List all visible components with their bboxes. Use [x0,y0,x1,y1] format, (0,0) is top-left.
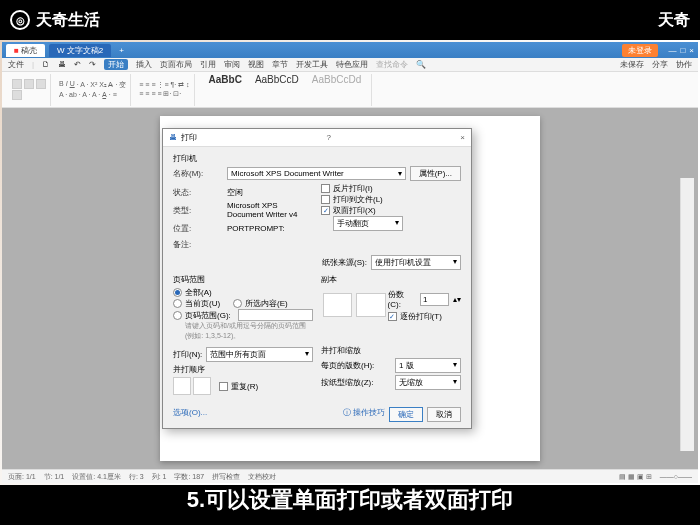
print-dialog: 🖶 打印 ? × 打印机 名称(M): Microsoft XPS Docume… [162,128,472,429]
cut-icon[interactable] [24,79,34,89]
status-chars[interactable]: 字数: 187 [174,472,204,482]
chevron-down-icon: ▾ [395,218,399,229]
range-current-radio[interactable] [173,299,182,308]
copies-spinner[interactable]: 1 [420,293,449,306]
chevron-down-icon: ▾ [453,257,457,268]
menu-view[interactable]: 视图 [248,59,264,70]
window-close-icon[interactable]: × [689,46,694,55]
menu-insert[interactable]: 插入 [136,59,152,70]
repeat-checkbox[interactable] [219,382,228,391]
window-min-icon[interactable]: — [668,46,676,55]
order-option[interactable] [193,377,211,395]
tab-document[interactable]: W 文字文稿2 [49,44,111,57]
copy-icon[interactable] [36,79,46,89]
brand-right: 天奇 [658,10,690,31]
menu-start[interactable]: 开始 [104,59,128,70]
print-what-label: 打印(N): [173,349,202,360]
wps-application-window: ■ 稿壳 W 文字文稿2 + 未登录 — □ × 文件 | 🗋 🖶 ↶ ↷ 开始… [2,42,698,483]
search-input[interactable]: 查找命令 [376,59,408,70]
range-pages-radio[interactable] [173,311,182,320]
printer-section-label: 打印机 [173,153,461,164]
status-page[interactable]: 页面: 1/1 [8,472,36,482]
menu-page[interactable]: 页面布局 [160,59,192,70]
printer-select[interactable]: Microsoft XPS Document Writer▾ [227,167,406,180]
status-spell[interactable]: 拼写检查 [212,472,240,482]
compass-icon: ◎ [10,10,30,30]
cancel-button[interactable]: 取消 [427,407,461,422]
where-value: PORTPROMPT: [227,224,313,233]
menu-special[interactable]: 特色应用 [336,59,368,70]
reverse-checkbox[interactable] [321,184,330,193]
copies-title: 副本 [321,274,461,285]
menu-ref[interactable]: 引用 [200,59,216,70]
duplex-checkbox[interactable]: ✓ [321,206,330,215]
collate-checkbox[interactable]: ✓ [388,312,397,321]
menu-review[interactable]: 审阅 [224,59,240,70]
where-label: 位置: [173,223,223,234]
range-all-radio[interactable] [173,288,182,297]
tool-share[interactable]: 分享 [652,59,668,70]
menu-bar: 文件 | 🗋 🖶 ↶ ↷ 开始 插入 页面布局 引用 审阅 视图 章节 开发工具… [2,58,698,72]
ribbon-toolbar: B I U · A · X² X₂ A̶ · 变 A · ab · A · A … [2,72,698,108]
menu-dev[interactable]: 开发工具 [296,59,328,70]
search-icon[interactable]: 🔍 [416,60,426,69]
properties-button[interactable]: 属性(P)... [410,166,461,181]
options-button[interactable]: 选项(O)... [173,407,207,422]
status-col: 列: 1 [152,472,167,482]
qat-icon[interactable]: ↶ [74,60,81,69]
wps-titlebar: ■ 稿壳 W 文字文稿2 + 未登录 — □ × [2,42,698,58]
per-sheet-select[interactable]: 1 版▾ [395,358,461,373]
document-area: 能量保 使用能 其他蛭 而且设 小伙伴 再去使 能量保 1. 普通 使用能 2.… [2,108,698,469]
paste-icon[interactable] [12,79,22,89]
brush-icon[interactable] [12,90,22,100]
collate-preview-1 [323,293,352,317]
window-max-icon[interactable]: □ [680,46,685,55]
qat-icon[interactable]: 🖶 [58,60,66,69]
tab-add-icon[interactable]: + [115,46,128,55]
clipboard-group [8,74,51,106]
tips-link[interactable]: ⓘ 操作技巧 [343,407,385,422]
pages-input[interactable] [238,309,313,321]
menu-file[interactable]: 文件 [8,59,24,70]
styles-group: AaBbC AaBbCcD AaBbCcDd [199,74,373,106]
tab-home[interactable]: ■ 稿壳 [6,44,45,57]
tool-coop[interactable]: 协作 [676,59,692,70]
qat-icon[interactable]: 🗋 [42,60,50,69]
ok-button[interactable]: 确定 [389,407,423,422]
chevron-down-icon: ▾ [398,169,402,178]
login-button[interactable]: 未登录 [622,44,658,57]
tool-unsaved[interactable]: 未保存 [620,59,644,70]
view-icons[interactable]: ▤ ▦ ▣ ⊞ [619,473,652,481]
menu-section[interactable]: 章节 [272,59,288,70]
scale-select[interactable]: 无缩放▾ [395,375,461,390]
type-value: Microsoft XPS Document Writer v4 [227,201,313,219]
range-hint: 请键入页码和/或用逗号分隔的页码范围(例如: 1,3,5-12)。 [173,321,313,341]
type-label: 类型: [173,205,223,216]
order-option[interactable] [173,377,191,395]
font-group: B I U · A · X² X₂ A̶ · 变 A · ab · A · A … [55,74,131,106]
status-label: 状态: [173,187,223,198]
status-docfix[interactable]: 文档校对 [248,472,276,482]
dialog-title: 打印 [181,132,197,143]
papersrc-select[interactable]: 使用打印机设置▾ [371,255,461,270]
style-preview[interactable]: AaBbC [203,74,248,106]
range-sel-radio[interactable] [233,299,242,308]
range-title: 页码范围 [173,274,313,285]
subtitle-caption: 5.可以设置单面打印或者双面打印 [0,485,700,515]
status-value: 空闲 [227,187,313,198]
dialog-close-icon[interactable]: × [460,133,465,142]
brand-logo: ◎ 天奇生活 [10,10,100,31]
zoom-slider[interactable]: ——○—— [660,473,692,480]
comment-label: 备注: [173,239,223,250]
tofile-checkbox[interactable] [321,195,330,204]
style-preview[interactable]: AaBbCcD [249,74,305,106]
qat-icon[interactable]: ↷ [89,60,96,69]
papersrc-label: 纸张来源(S): [322,257,367,268]
print-what-select[interactable]: 范围中所有页面▾ [206,347,313,362]
collate-preview-2 [356,293,385,317]
style-preview[interactable]: AaBbCcDd [306,74,367,106]
side-panel[interactable] [680,178,694,451]
dialog-help-icon[interactable]: ? [326,133,330,142]
dialog-body: 打印机 名称(M): Microsoft XPS Document Writer… [163,147,471,401]
duplex-mode-select[interactable]: 手动翻页▾ [333,216,403,231]
